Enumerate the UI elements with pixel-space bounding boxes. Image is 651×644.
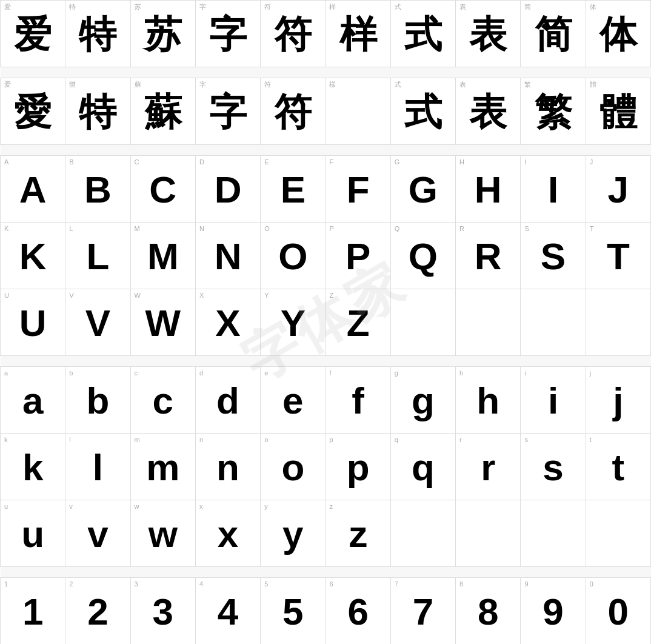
list-item: KK bbox=[1, 223, 65, 289]
cell-label: 4 bbox=[199, 580, 256, 588]
list-item: 体体 bbox=[586, 1, 650, 67]
cell-label: p bbox=[329, 436, 386, 444]
cell-char: v bbox=[69, 515, 126, 553]
cell-char: y bbox=[264, 515, 321, 553]
cell-char: 2 bbox=[69, 593, 126, 631]
table-row: 爱爱特特苏苏字字符符样样式式表表简简体体 bbox=[1, 1, 651, 67]
cell-label: C bbox=[135, 158, 192, 166]
cell-label: O bbox=[264, 225, 321, 233]
cell-char: 符 bbox=[264, 16, 321, 53]
list-item: ee bbox=[261, 367, 326, 434]
cell-label: 体 bbox=[590, 3, 647, 11]
cell-label: n bbox=[199, 436, 256, 444]
list-item: YY bbox=[261, 289, 326, 356]
list-item: AA bbox=[1, 156, 65, 223]
cell-label: J bbox=[590, 158, 647, 166]
cell-char: k bbox=[4, 449, 61, 486]
cell-char: 愛 bbox=[4, 93, 61, 131]
section-gap bbox=[1, 67, 651, 78]
list-item: EE bbox=[261, 156, 326, 223]
cell-char: m bbox=[135, 449, 192, 486]
cell-label: o bbox=[264, 436, 321, 444]
cell-label: m bbox=[135, 436, 192, 444]
cell-label: B bbox=[69, 158, 126, 166]
list-item: aa bbox=[1, 367, 65, 434]
cell-label: 6 bbox=[329, 580, 386, 588]
cell-label: 式 bbox=[395, 3, 452, 11]
cell-char: f bbox=[329, 382, 386, 420]
list-item: qq bbox=[390, 434, 455, 500]
list-item: zz bbox=[326, 500, 390, 567]
cell-char: G bbox=[395, 171, 452, 209]
list-item: gg bbox=[390, 367, 455, 434]
cell-char: 4 bbox=[199, 593, 256, 631]
cell-label: g bbox=[395, 369, 452, 377]
cell-label: 字 bbox=[199, 3, 256, 11]
cell-label: 繁 bbox=[524, 81, 581, 89]
list-item: 77 bbox=[390, 578, 455, 645]
table-row: AABBCCDDEEFFGGHHIIJJ bbox=[1, 156, 651, 223]
list-item: hh bbox=[456, 367, 521, 434]
cell-char: a bbox=[4, 382, 61, 420]
section-gap bbox=[1, 356, 651, 367]
table-row: aabbccddeeffgghhiijj bbox=[1, 367, 651, 434]
list-item: dd bbox=[195, 367, 260, 434]
cell-char: 0 bbox=[590, 593, 647, 631]
list-item: UU bbox=[1, 289, 65, 356]
table-row: UUVVWWXXYYZZ bbox=[1, 289, 651, 356]
cell-label: 3 bbox=[135, 580, 192, 588]
table-row: 爱愛體特蘇蘇字字符符樣式式表表繁繁體體 bbox=[1, 78, 651, 145]
list-item: 99 bbox=[521, 578, 586, 645]
cell-label: k bbox=[4, 436, 61, 444]
list-item: 44 bbox=[195, 578, 260, 645]
list-item: RR bbox=[456, 223, 521, 289]
section-gap bbox=[1, 145, 651, 156]
cell-label: 蘇 bbox=[135, 81, 192, 89]
cell-char: 繁 bbox=[524, 93, 581, 131]
cell-label: a bbox=[4, 369, 61, 377]
list-item: nn bbox=[195, 434, 260, 500]
cell-label: D bbox=[199, 158, 256, 166]
list-item: SS bbox=[521, 223, 586, 289]
cell-char: I bbox=[524, 171, 581, 209]
cell-char: W bbox=[135, 304, 192, 342]
cell-label: 5 bbox=[264, 580, 321, 588]
cell-char: 5 bbox=[264, 593, 321, 631]
cell-char: A bbox=[4, 171, 61, 209]
cell-label: 式 bbox=[395, 81, 452, 89]
list-item: 體體 bbox=[586, 78, 650, 145]
list-item: LL bbox=[65, 223, 130, 289]
cell-label: 1 bbox=[4, 580, 61, 588]
list-item: 00 bbox=[586, 578, 650, 645]
cell-label: 8 bbox=[459, 580, 516, 588]
cell-char: 7 bbox=[395, 593, 452, 631]
cell-char: p bbox=[329, 449, 386, 486]
cell-char: i bbox=[524, 382, 581, 420]
cell-char: r bbox=[459, 449, 516, 486]
cell-char: M bbox=[135, 238, 192, 275]
cell-char: 體 bbox=[590, 93, 647, 131]
list-item: XX bbox=[195, 289, 260, 356]
list-item: 表表 bbox=[456, 78, 521, 145]
list-item: QQ bbox=[390, 223, 455, 289]
cell-label: l bbox=[69, 436, 126, 444]
list-item: OO bbox=[261, 223, 326, 289]
cell-char: x bbox=[199, 515, 256, 553]
list-item: jj bbox=[586, 367, 650, 434]
cell-label: j bbox=[590, 369, 647, 377]
cell-char: g bbox=[395, 382, 452, 420]
cell-label: f bbox=[329, 369, 386, 377]
cell-char: 字 bbox=[199, 93, 256, 131]
cell-char: 蘇 bbox=[135, 93, 192, 131]
cell-label: H bbox=[459, 158, 516, 166]
cell-char: J bbox=[590, 171, 647, 209]
list-item: 33 bbox=[130, 578, 195, 645]
cell-char: Z bbox=[329, 304, 386, 342]
table-row: 11223344556677889900 bbox=[1, 578, 651, 645]
cell-char: 苏 bbox=[135, 16, 192, 53]
list-item: 样样 bbox=[326, 1, 390, 67]
cell-char: 特 bbox=[69, 93, 126, 131]
cell-label: 符 bbox=[264, 81, 321, 89]
list-item: oo bbox=[261, 434, 326, 500]
cell-char: t bbox=[590, 449, 647, 486]
